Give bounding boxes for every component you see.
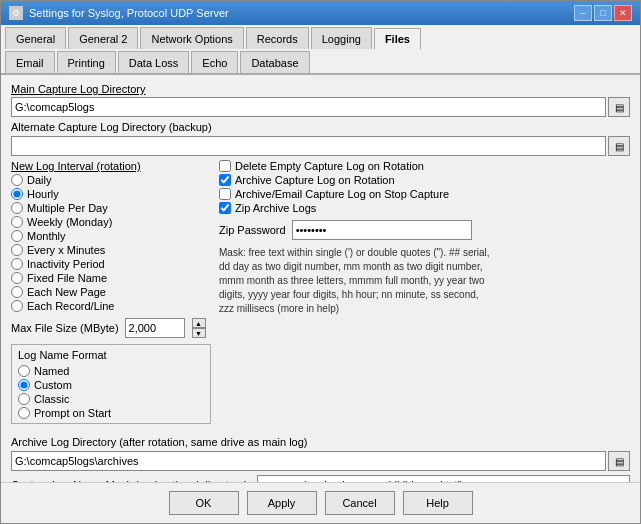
alternate-capture-row: ▤ [11, 136, 630, 156]
rotation-radio-group: Daily Hourly Multiple Per Day Weekly (Mo… [11, 174, 211, 312]
rotation-inactivity-period[interactable]: Inactivity Period [11, 258, 211, 270]
log-name-radio-group: Named Custom Classic Prompt on Start [18, 365, 204, 419]
button-bar: OK Apply Cancel Help [1, 482, 640, 523]
cb-zip-archive[interactable]: Zip Archive Logs [219, 202, 630, 214]
rotation-multiple-per-day[interactable]: Multiple Per Day [11, 202, 211, 214]
log-name-custom[interactable]: Custom [18, 379, 204, 391]
browse3-icon: ▤ [615, 456, 624, 467]
title-buttons: – □ ✕ [574, 5, 632, 21]
cb-delete-empty[interactable]: Delete Empty Capture Log on Rotation [219, 160, 630, 172]
log-name-named[interactable]: Named [18, 365, 204, 377]
archive-log-label: Archive Log Directory (after rotation, s… [11, 436, 630, 448]
new-log-interval-label: New Log Interval (rotation) [11, 160, 211, 172]
zip-password-label: Zip Password [219, 224, 286, 236]
tab-row-1: General General 2 Network Options Record… [1, 25, 640, 49]
max-file-size-row: Max File Size (MByte) ▲ ▼ [11, 318, 211, 338]
archive-log-row: ▤ [11, 451, 630, 471]
rotation-daily[interactable]: Daily [11, 174, 211, 186]
cb-archive-email[interactable]: Archive/Email Capture Log on Stop Captur… [219, 188, 630, 200]
left-column: New Log Interval (rotation) Daily Hourly… [11, 160, 211, 430]
custom-mask-input[interactable] [257, 475, 630, 482]
log-name-format-label: Log Name Format [18, 349, 204, 361]
alternate-capture-browse-button[interactable]: ▤ [608, 136, 630, 156]
browse1-icon: ▤ [615, 102, 624, 113]
alternate-capture-input[interactable] [11, 136, 606, 156]
rotation-each-record-line[interactable]: Each Record/Line [11, 300, 211, 312]
custom-mask-row: Custom Log Name Mask (and optional direc… [11, 475, 630, 482]
rotation-each-new-page[interactable]: Each New Page [11, 286, 211, 298]
zip-password-input[interactable] [292, 220, 472, 240]
tab-network-options[interactable]: Network Options [140, 27, 243, 49]
mask-description: Mask: free text within single (') or dou… [219, 246, 630, 316]
minimize-button[interactable]: – [574, 5, 592, 21]
tab-email[interactable]: Email [5, 51, 55, 73]
rotation-fixed-file-name[interactable]: Fixed File Name [11, 272, 211, 284]
close-button[interactable]: ✕ [614, 5, 632, 21]
rotation-hourly[interactable]: Hourly [11, 188, 211, 200]
main-capture-label: Main Capture Log Directory [11, 83, 630, 95]
ok-button[interactable]: OK [169, 491, 239, 515]
main-capture-row: ▤ [11, 97, 630, 117]
rotation-weekly[interactable]: Weekly (Monday) [11, 216, 211, 228]
max-file-size-input[interactable] [125, 318, 185, 338]
log-name-classic[interactable]: Classic [18, 393, 204, 405]
tab-general2[interactable]: General 2 [68, 27, 138, 49]
checkboxes-area: Delete Empty Capture Log on Rotation Arc… [219, 160, 630, 214]
zip-password-row: Zip Password [219, 220, 630, 240]
title-bar: ⚙ Settings for Syslog, Protocol UDP Serv… [1, 1, 640, 25]
title-bar-left: ⚙ Settings for Syslog, Protocol UDP Serv… [9, 6, 229, 20]
app-icon: ⚙ [9, 6, 23, 20]
maximize-button[interactable]: □ [594, 5, 612, 21]
tab-general[interactable]: General [5, 27, 66, 49]
cancel-button[interactable]: Cancel [325, 491, 395, 515]
settings-window: ⚙ Settings for Syslog, Protocol UDP Serv… [0, 0, 641, 524]
tab-records[interactable]: Records [246, 27, 309, 49]
help-button[interactable]: Help [403, 491, 473, 515]
archive-log-input[interactable] [11, 451, 606, 471]
max-file-size-label: Max File Size (MByte) [11, 322, 119, 334]
rotation-every-x-minutes[interactable]: Every x Minutes [11, 244, 211, 256]
log-name-prompt[interactable]: Prompt on Start [18, 407, 204, 419]
apply-button[interactable]: Apply [247, 491, 317, 515]
tab-data-loss[interactable]: Data Loss [118, 51, 190, 73]
right-column: Delete Empty Capture Log on Rotation Arc… [219, 160, 630, 430]
archive-log-browse-button[interactable]: ▤ [608, 451, 630, 471]
alternate-capture-label: Alternate Capture Log Directory (backup) [11, 121, 630, 133]
spinner-buttons: ▲ ▼ [192, 318, 206, 338]
browse2-icon: ▤ [615, 141, 624, 152]
tab-printing[interactable]: Printing [57, 51, 116, 73]
spin-up-button[interactable]: ▲ [192, 318, 206, 328]
two-col-area: New Log Interval (rotation) Daily Hourly… [11, 160, 630, 430]
tab-files[interactable]: Files [374, 28, 421, 50]
content-area: Main Capture Log Directory ▤ Alternate C… [1, 75, 640, 482]
tab-row-2: Email Printing Data Loss Echo Database [1, 49, 640, 75]
main-capture-browse-button[interactable]: ▤ [608, 97, 630, 117]
rotation-monthly[interactable]: Monthly [11, 230, 211, 242]
main-capture-input[interactable] [11, 97, 606, 117]
window-title: Settings for Syslog, Protocol UDP Server [29, 7, 229, 19]
tab-logging[interactable]: Logging [311, 27, 372, 49]
spin-down-button[interactable]: ▼ [192, 328, 206, 338]
tab-database[interactable]: Database [240, 51, 309, 73]
tab-echo[interactable]: Echo [191, 51, 238, 73]
cb-archive-rotation[interactable]: Archive Capture Log on Rotation [219, 174, 630, 186]
log-name-format-box: Log Name Format Named Custom Classic P [11, 344, 211, 424]
